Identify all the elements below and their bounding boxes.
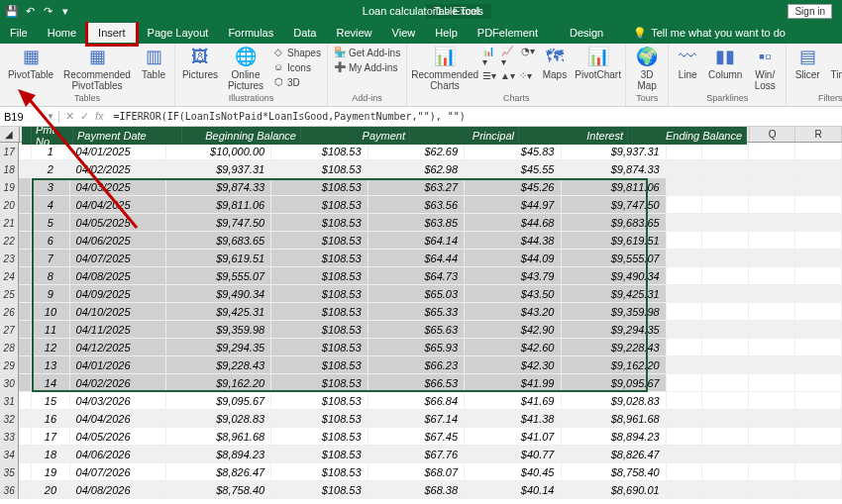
pivotchart-button[interactable]: 📊PivotChart <box>575 46 621 80</box>
cell-pay: $108.53 <box>271 410 368 428</box>
get-addins-button[interactable]: 🏪Get Add-ins <box>332 46 402 59</box>
table-row[interactable]: 281204/12/2025$9,294.35$108.53$65.93$42.… <box>0 339 842 356</box>
cell-int: $41.38 <box>465 410 561 428</box>
row-header[interactable]: 32 <box>0 410 19 428</box>
row-header[interactable]: 29 <box>0 356 19 374</box>
pie-chart-icon[interactable]: ◔▾ <box>521 46 535 67</box>
tab-help[interactable]: Help <box>425 22 468 44</box>
tab-review[interactable]: Review <box>326 22 381 44</box>
row-header[interactable]: 35 <box>0 463 19 481</box>
col-R[interactable]: R <box>795 127 842 142</box>
group-addins: Add-ins <box>332 93 402 104</box>
recommended-charts-button[interactable]: 📊Recommended Charts <box>411 46 478 91</box>
row-header[interactable]: 25 <box>0 285 19 303</box>
cell-end: $8,690.01 <box>562 481 667 499</box>
col-Q[interactable]: Q <box>750 127 796 142</box>
tab-page-layout[interactable]: Page Layout <box>138 22 219 44</box>
column-chart-icon[interactable]: 📊▾ <box>482 46 497 67</box>
my-addins-button[interactable]: ➕My Add-ins <box>332 60 402 74</box>
row-header[interactable]: 30 <box>0 374 19 392</box>
scatter-chart-icon[interactable]: ⁘▾ <box>519 70 532 81</box>
slicer-button[interactable]: ▤Slicer <box>790 46 824 80</box>
qat-dropdown-icon[interactable]: ▾ <box>59 5 71 17</box>
table-row[interactable]: 19304/03/2025$9,874.33$108.53$63.27$45.2… <box>0 178 842 196</box>
recommended-pivot-button[interactable]: ▦Recommended PivotTables <box>61 46 133 91</box>
row-header[interactable]: 20 <box>0 196 19 214</box>
table-row[interactable]: 301404/02/2026$9,162.20$108.53$66.53$41.… <box>0 374 842 392</box>
tell-me[interactable]: 💡 Tell me what you want to do <box>633 22 786 44</box>
table-row[interactable]: 20404/04/2025$9,811.06$108.53$63.56$44.9… <box>0 196 842 214</box>
tab-pdfelement[interactable]: PDFelement <box>468 22 548 44</box>
formula-input[interactable]: =IFERROR(IF(LoanIsNotPaid*LoanIsGood,Pay… <box>110 111 842 122</box>
table-row[interactable]: 341804/06/2026$8,894.23$108.53$67.76$40.… <box>0 446 842 463</box>
timeline-button[interactable]: ⌛Timeline <box>828 46 842 80</box>
table-row[interactable]: 24804/08/2025$9,555.07$108.53$64.73$43.7… <box>0 267 842 285</box>
chevron-down-icon[interactable]: ▼ <box>47 112 54 121</box>
row-header[interactable]: 36 <box>0 481 19 499</box>
threed-map-button[interactable]: 🌍3D Map <box>630 46 664 91</box>
row-header[interactable]: 22 <box>0 232 19 250</box>
table-row[interactable]: 331704/05/2026$8,961.68$108.53$67.45$41.… <box>0 428 842 446</box>
row-header[interactable]: 31 <box>0 392 19 410</box>
enter-formula-icon[interactable]: ✓ <box>80 110 89 123</box>
table-row[interactable]: 321604/04/2026$9,028.83$108.53$67.14$41.… <box>0 410 842 428</box>
select-all-corner[interactable]: ◢ <box>0 127 20 142</box>
sparkline-column[interactable]: ▮▮Column <box>706 46 744 80</box>
tab-file[interactable]: File <box>0 22 38 44</box>
row-header[interactable]: 26 <box>0 303 19 321</box>
row-header[interactable]: 28 <box>0 339 19 356</box>
table-row[interactable]: 261004/10/2025$9,425.31$108.53$65.33$43.… <box>0 303 842 321</box>
table-row[interactable]: 23704/07/2025$9,619.51$108.53$64.44$44.0… <box>0 250 842 267</box>
tab-formulas[interactable]: Formulas <box>218 22 283 44</box>
tab-insert[interactable]: Insert <box>88 23 136 43</box>
row-header[interactable]: 33 <box>0 428 19 446</box>
shapes-button[interactable]: ◇Shapes <box>270 46 323 59</box>
undo-icon[interactable]: ↶ <box>24 5 36 17</box>
row-header[interactable]: 27 <box>0 321 19 339</box>
threed-models-button[interactable]: ⬡3D <box>270 75 323 89</box>
cancel-formula-icon[interactable]: ✕ <box>65 110 74 123</box>
table-button[interactable]: ▥Table <box>137 46 170 80</box>
pictures-button[interactable]: 🖼Pictures <box>179 46 221 80</box>
row-header[interactable]: 23 <box>0 250 19 267</box>
online-pictures-button[interactable]: 🌐Online Pictures <box>225 46 266 91</box>
row-header[interactable]: 18 <box>0 160 19 178</box>
fx-icon[interactable]: fx <box>95 110 104 123</box>
cell-int: $42.60 <box>465 339 561 356</box>
area-chart-icon[interactable]: ▲▾ <box>500 70 515 81</box>
row-header[interactable]: 19 <box>0 178 19 196</box>
table-row[interactable]: 311504/03/2026$9,095.67$108.53$66.84$41.… <box>0 392 842 410</box>
row-header[interactable]: 17 <box>0 143 19 160</box>
sparkline-line[interactable]: 〰Line <box>673 46 702 80</box>
sign-in-button[interactable]: Sign in <box>788 4 832 19</box>
name-box[interactable]: B19▼ <box>0 111 59 123</box>
tab-design[interactable]: Design <box>560 22 613 44</box>
table-row[interactable]: 351904/07/2026$8,826.47$108.53$68.07$40.… <box>0 463 842 481</box>
tab-view[interactable]: View <box>382 22 426 44</box>
table-row[interactable]: 21504/05/2025$9,747.50$108.53$63.85$44.6… <box>0 214 842 232</box>
cell-beg: $9,162.20 <box>166 374 271 392</box>
row-header[interactable]: 24 <box>0 267 19 285</box>
tab-data[interactable]: Data <box>283 22 326 44</box>
table-row[interactable]: 362004/08/2026$8,758.40$108.53$68.38$40.… <box>0 481 842 499</box>
table-row[interactable]: 22604/06/2025$9,683.65$108.53$64.14$44.3… <box>0 232 842 250</box>
icons-button[interactable]: ☺Icons <box>270 60 323 74</box>
table-row[interactable]: 291304/01/2026$9,228.43$108.53$66.23$42.… <box>0 356 842 374</box>
worksheet[interactable]: ◢ I P Q R Pmt No Payment Date Beginning … <box>0 127 842 499</box>
store-icon: 🏪 <box>334 47 346 58</box>
row-header[interactable]: 21 <box>0 214 19 232</box>
line-chart-icon[interactable]: 📈▾ <box>501 46 516 67</box>
table-row[interactable]: 271104/11/2025$9,359.98$108.53$65.63$42.… <box>0 321 842 339</box>
bar-chart-icon[interactable]: ☰▾ <box>482 70 496 81</box>
cell-prin: $66.23 <box>368 356 465 374</box>
row-header[interactable]: 34 <box>0 446 19 463</box>
table-row[interactable]: 18204/02/2025$9,937.31$108.53$62.98$45.5… <box>0 160 842 178</box>
sparkline-winloss[interactable]: ▪▫Win/ Loss <box>748 46 782 91</box>
table-row[interactable]: 17104/01/2025$10,000.00$108.53$62.69$45.… <box>0 143 842 160</box>
tab-home[interactable]: Home <box>38 22 86 44</box>
save-icon[interactable]: 💾 <box>6 5 18 17</box>
maps-button[interactable]: 🗺Maps <box>539 46 571 80</box>
table-row[interactable]: 25904/09/2025$9,490.34$108.53$65.03$43.5… <box>0 285 842 303</box>
pivottable-button[interactable]: ▦PivotTable <box>4 46 57 80</box>
redo-icon[interactable]: ↷ <box>42 5 53 17</box>
